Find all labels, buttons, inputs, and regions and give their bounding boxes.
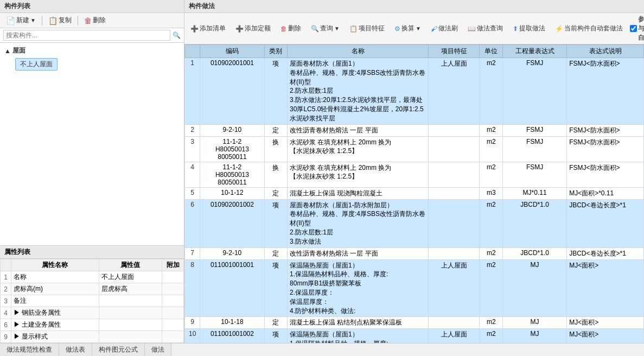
- prop-row-name: ▶ 土建业务属性: [11, 319, 99, 331]
- table-row[interactable]: 3 11-1-2H8005001380050011 换 水泥砂浆 在填充材料上 …: [185, 136, 644, 162]
- bottom-tabs: 做法规范性检查做法表构件图元公式做法: [0, 343, 644, 356]
- query-method-icon: 📖: [468, 25, 476, 33]
- extract-icon: ⬆: [513, 25, 518, 33]
- table-row[interactable]: 1 010902001001 项 屋面卷材防水（屋面1）卷材品种、规格、厚度:4…: [185, 58, 644, 125]
- row-expr: MJ: [503, 317, 567, 329]
- right-toolbar: ➕ 添加清单 ➕ 添加定额 🗑 删除 🔍 查询 ▼: [184, 13, 644, 44]
- query-button[interactable]: 🔍 查询 ▼: [308, 23, 342, 34]
- add-simple-button[interactable]: ➕ 添加清单: [188, 23, 228, 34]
- prop-row-check: [162, 271, 184, 283]
- prop-row-value[interactable]: 层虎标高: [99, 283, 162, 295]
- row-expr: FSMJ: [503, 136, 567, 162]
- th-proj: 项目特征: [428, 45, 480, 58]
- delete-button[interactable]: 🗑 删除: [81, 15, 109, 26]
- new-button[interactable]: 📄 新建 ▼: [3, 15, 39, 26]
- prop-row: 3 备注: [1, 295, 184, 307]
- search-icon: 🔍: [173, 31, 181, 39]
- row-unit: m2: [480, 58, 503, 125]
- table-row[interactable]: 7 9-2-10 定 改性沥青卷材热熔法 一层 平面 m2 JBCD*1.0 J…: [185, 247, 644, 259]
- th-unit: 单位: [480, 45, 503, 58]
- row-num: 7: [185, 247, 200, 259]
- table-row[interactable]: 9 10-1-18 定 混凝土板上保温 粘结剂点粘聚苯保温板 m2 MJ MJ<…: [185, 317, 644, 329]
- proj-feature-button[interactable]: 📋 项目特征: [347, 23, 387, 34]
- row-expr: FSMJ: [503, 124, 567, 136]
- prop-row-name: ▶ 显示样式: [11, 331, 99, 343]
- table-row[interactable]: 2 9-2-10 定 改性沥青卷材热熔法 一层 平面 m2 FSMJ FSMJ<…: [185, 124, 644, 136]
- right-delete-icon: 🗑: [280, 25, 287, 33]
- row-unit: m2: [480, 162, 503, 187]
- participate-checkbox-label: 参与自: [630, 15, 644, 42]
- tree-child-0[interactable]: 不上人屋面: [2, 56, 182, 72]
- prop-row-num: 3: [1, 295, 11, 307]
- copy-button[interactable]: 📋 复制: [46, 15, 74, 26]
- tree-expand-icon: ▲: [4, 47, 11, 55]
- prop-row-num: 2: [1, 283, 11, 295]
- search-bar: 🔍: [0, 28, 184, 43]
- row-code: 011001001001: [200, 259, 264, 317]
- table-row[interactable]: 4 11-1-2H8005001380050011 换 水泥砂浆 在填充材料上 …: [185, 162, 644, 187]
- delete-icon: 🗑: [84, 16, 92, 25]
- bottom-tab[interactable]: 构件图元公式: [92, 344, 145, 356]
- tree-area: ▲ 屋面 不上人屋面: [0, 43, 184, 245]
- row-desc: FSMJ<防水面积>: [567, 136, 644, 162]
- row-desc: JBCD<卷边长度>*1: [567, 199, 644, 247]
- row-desc: FSMJ<防水面积>: [567, 124, 644, 136]
- row-type: 定: [264, 124, 288, 136]
- row-desc: FSMJ<防水面积>: [567, 58, 644, 125]
- row-unit: m3: [480, 187, 503, 199]
- row-expr: JBCD*1.0: [503, 247, 567, 259]
- prop-row-value[interactable]: [99, 331, 162, 343]
- right-delete-button[interactable]: 🗑 删除: [278, 23, 304, 34]
- row-proj-feature: [428, 247, 480, 259]
- row-proj-feature: 上人屋面: [428, 58, 480, 125]
- th-expr: 工程量表达式: [503, 45, 567, 58]
- prop-row-value[interactable]: [99, 307, 162, 319]
- row-proj-feature: [428, 136, 480, 162]
- auto-apply-icon: ⚡: [555, 25, 563, 33]
- row-name: 屋面卷材防水（屋面1-防水附加层）卷材品种、规格、厚度:4厚SBS改性沥青防水卷…: [288, 199, 429, 247]
- bottom-tab[interactable]: 做法: [145, 344, 171, 356]
- prop-row-num: 9: [1, 331, 11, 343]
- row-type: 项: [264, 329, 288, 343]
- row-name: 水泥砂浆 在填充材料上 20mm 换为【水泥抹灰砂浆 1:2.5】: [288, 136, 429, 162]
- right-panel-title: 构件做法: [184, 0, 644, 13]
- prop-row-value[interactable]: [99, 295, 162, 307]
- add-def-button[interactable]: ➕ 添加定额: [233, 23, 273, 34]
- convert-dropdown-icon[interactable]: ▼: [416, 26, 421, 31]
- prop-row-value[interactable]: 不上人屋面: [99, 271, 162, 283]
- search-input[interactable]: [3, 30, 170, 41]
- query-dropdown-icon[interactable]: ▼: [334, 26, 340, 31]
- bottom-tab[interactable]: 做法规范性检查: [0, 344, 59, 356]
- row-name: 改性沥青卷材热熔法 一层 平面: [288, 247, 429, 259]
- row-num: 6: [185, 199, 200, 247]
- bottom-tab[interactable]: 做法表: [59, 344, 92, 356]
- row-proj-feature: 上人屋面: [428, 329, 480, 343]
- table-row[interactable]: 8 011001001001 项 保温隔热屋面（屋面1）1.保温隔热材料品种、规…: [185, 259, 644, 317]
- query-method-button[interactable]: 📖 做法查询: [465, 23, 506, 34]
- table-row[interactable]: 5 10-1-12 定 混凝土板上保温 现浇陶粒混凝土 m3 MJ*0.11 M…: [185, 187, 644, 199]
- row-name: 保温隔热屋面（屋面1）1.保温隔热材料品种、规格、厚度:80mm厚B1级挤塑聚苯…: [288, 329, 429, 343]
- row-name: 改性沥青卷材热熔法 一层 平面: [288, 124, 429, 136]
- row-code: 011001001002: [200, 329, 264, 343]
- prop-col-name: 属性名称: [11, 259, 99, 271]
- convert-button[interactable]: ⚙ 换算 ▼: [392, 23, 424, 34]
- row-proj-feature: [428, 124, 480, 136]
- table-row[interactable]: 6 010902001002 项 屋面卷材防水（屋面1-防水附加层）卷材品种、规…: [185, 199, 644, 247]
- tree-root[interactable]: ▲ 屋面: [2, 45, 182, 56]
- prop-row-check: [162, 319, 184, 331]
- paint-brush-icon: 🖌: [431, 25, 437, 33]
- prop-row-check: [162, 331, 184, 343]
- row-type: 项: [264, 199, 288, 247]
- extract-button[interactable]: ⬆ 提取做法: [510, 23, 548, 34]
- row-num: 5: [185, 187, 200, 199]
- new-dropdown-icon[interactable]: ▼: [30, 17, 36, 23]
- prop-row-check: [162, 295, 184, 307]
- table-row[interactable]: 10 011001001002 项 保温隔热屋面（屋面1）1.保温隔热材料品种、…: [185, 329, 644, 343]
- prop-row-value[interactable]: [99, 319, 162, 331]
- participate-checkbox[interactable]: [630, 25, 637, 32]
- paint-brush-button[interactable]: 🖌 做法刷: [428, 23, 461, 34]
- auto-apply-button[interactable]: ⚡ 当前构件自动套做法: [552, 23, 626, 34]
- row-unit: m2: [480, 247, 503, 259]
- row-proj-feature: [428, 199, 480, 247]
- row-code: 11-1-2H8005001380050011: [200, 136, 264, 162]
